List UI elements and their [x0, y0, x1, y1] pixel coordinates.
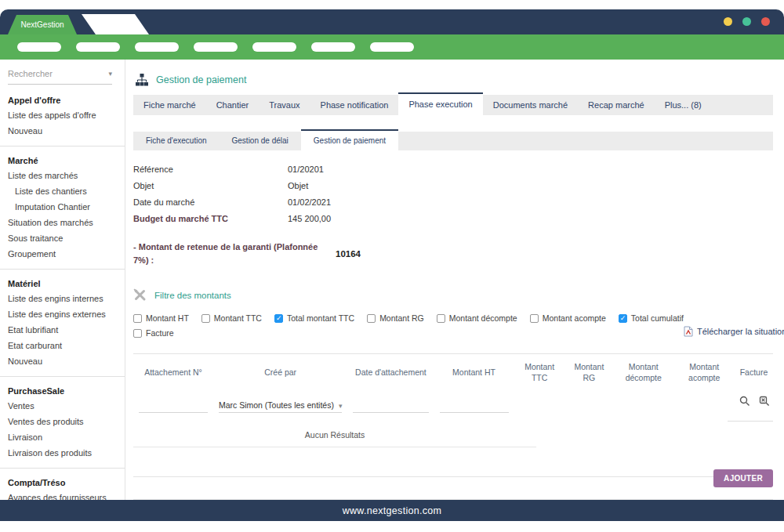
sidebar-item[interactable]: Sous traitance [8, 230, 118, 246]
checkbox-total-montant-ttc[interactable]: Total montant TTC [274, 313, 354, 323]
sidebar-item[interactable]: Ventes [8, 398, 118, 414]
sidebar-item[interactable]: Liste des marchés [8, 168, 118, 183]
blank-tab[interactable] [82, 14, 149, 34]
sidebar-item[interactable]: Etat lubrifiant [8, 322, 118, 338]
detail-value: 01/20201 [288, 165, 324, 174]
sidebar-item[interactable]: Avances des fournisseurs [8, 490, 118, 500]
maximize-dot[interactable] [742, 17, 751, 26]
date-filter-input[interactable] [353, 400, 428, 413]
page-title: Gestion de paiement [156, 74, 246, 85]
montant-ht-filter-input[interactable] [440, 400, 509, 413]
tab-fiche-marche[interactable]: Fiche marché [133, 95, 206, 115]
search-placeholder: Rechercher [8, 69, 53, 78]
checkbox-checked-icon [274, 314, 283, 323]
market-details: Référence 01/20201 Objet Objet Date du m… [133, 161, 773, 226]
attachement-filter-input[interactable] [139, 400, 208, 413]
sidebar-item[interactable]: Imputation Chantier [8, 199, 118, 215]
checkbox-montant-acompte[interactable]: Montant acompte [530, 313, 606, 323]
facture-filter-input[interactable] [728, 421, 773, 422]
detail-row-date: Date du marché 01/02/2021 [133, 194, 773, 210]
footer-url: www.nextgestion.com [343, 505, 442, 516]
checkbox-montant-rg[interactable]: Montant RG [367, 313, 424, 323]
retention-label: - Montant de retenue de la garanti (Plaf… [133, 241, 319, 267]
tab-phase-notification[interactable]: Phase notification [310, 95, 399, 115]
sidebar-item[interactable]: Liste des engins externes [8, 306, 118, 322]
checkbox-montant-ht[interactable]: Montant HT [133, 313, 189, 323]
clear-search-icon[interactable] [759, 396, 770, 407]
minimize-dot[interactable] [724, 17, 732, 26]
sidebar-item[interactable]: Situation des marchés [8, 215, 118, 230]
detail-label: Référence [133, 165, 288, 174]
cree-par-filter-select[interactable]: Marc Simon (Toutes les entités) ▾ [219, 400, 342, 413]
app-window: NextGestion Rechercher ▾ Appel d'offre L… [0, 9, 784, 532]
sidebar-item[interactable]: Nouveau [8, 353, 118, 369]
tab-documents-marche[interactable]: Documents marché [483, 95, 578, 115]
nav-pill[interactable] [135, 42, 179, 52]
checkbox-label: Montant RG [379, 313, 424, 323]
section-title: Appel d'offre [8, 90, 118, 107]
checkbox-label: Montant TTC [214, 313, 262, 323]
checkbox-icon [530, 314, 539, 323]
filter-header: Filtre des montants [133, 288, 773, 302]
search-icon[interactable] [739, 396, 750, 407]
checkbox-montant-ttc[interactable]: Montant TTC [201, 313, 262, 323]
sidebar-item[interactable]: Livraison [8, 429, 118, 445]
tab-travaux[interactable]: Travaux [259, 95, 310, 115]
sidebar: Rechercher ▾ Appel d'offre Liste des app… [0, 60, 125, 500]
retention-value: 10164 [336, 249, 361, 259]
sidebar-item[interactable]: Liste des engins internes [8, 291, 118, 306]
tab-plus[interactable]: Plus... (8) [655, 95, 712, 115]
table-filter-row: Marc Simon (Toutes les entités) ▾ [133, 394, 773, 413]
checkbox-montant-decompte[interactable]: Montant décompte [437, 313, 517, 323]
sidebar-section-appel-offre: Appel d'offre Liste des appels d'offre N… [0, 86, 125, 147]
divider [133, 499, 773, 500]
detail-value: 01/02/2021 [288, 197, 331, 207]
checkbox-facture[interactable]: Facture [133, 328, 174, 338]
brand-tab[interactable]: NextGestion [8, 15, 77, 34]
tab-recap-marche[interactable]: Recap marché [578, 95, 655, 115]
download-label: Télécharger la situation financiere [697, 327, 784, 336]
sidebar-item[interactable]: Liste des chantiers [8, 183, 118, 199]
subtab-fiche-execution[interactable]: Fiche d'execution [133, 132, 220, 150]
nav-pill[interactable] [76, 42, 120, 52]
checkbox-label: Total cumulatif [631, 313, 684, 323]
detail-label: Budget du marché TTC [133, 214, 288, 223]
detail-label: Objet [133, 181, 288, 190]
nav-pill[interactable] [311, 42, 355, 52]
page-header: Gestion de paiement [135, 71, 773, 89]
sidebar-item[interactable]: Etat carburant [8, 338, 118, 353]
download-situation-link[interactable]: Télécharger la situation financiere [684, 320, 784, 343]
subtab-gestion-delai[interactable]: Gestion de délai [220, 132, 301, 150]
checkbox-checked-icon [619, 314, 627, 323]
subtab-gestion-paiement[interactable]: Gestion de paiement [301, 129, 398, 150]
checkbox-icon [133, 329, 142, 338]
tab-phase-execution[interactable]: Phase execution [398, 92, 482, 115]
detail-row-budget: Budget du marché TTC 145 200,00 [133, 210, 773, 226]
tab-chantier[interactable]: Chantier [206, 95, 260, 115]
checkbox-total-cumulatif[interactable]: Total cumulatif [619, 313, 684, 323]
col-montant-ht: Montant HT [434, 365, 514, 379]
add-button[interactable]: AJOUTER [713, 469, 773, 487]
nav-pill[interactable] [17, 42, 61, 52]
sidebar-item[interactable]: Ventes des produits [8, 414, 118, 429]
detail-row-reference: Référence 01/20201 [133, 161, 773, 177]
filters-block: Montant HT Montant TTC Total montant TTC [133, 313, 773, 343]
sidebar-item[interactable]: Liste des appels d'offre [8, 107, 118, 123]
close-dot[interactable] [761, 17, 770, 26]
attachments-table: Attachement N° Créé par Date d'attacheme… [133, 353, 773, 447]
section-title: Compta/Tréso [8, 472, 118, 490]
col-montant-acompte: Montant acompte [673, 360, 735, 385]
checkbox-icon [201, 314, 210, 323]
col-cree-par: Créé par [213, 365, 347, 379]
nav-pill[interactable] [370, 42, 414, 52]
nav-pill[interactable] [252, 42, 296, 52]
sidebar-item[interactable]: Groupement [8, 246, 118, 262]
sidebar-item[interactable]: Nouveau [8, 123, 118, 139]
chevron-down-icon: ▾ [108, 70, 112, 78]
search-input[interactable]: Rechercher ▾ [8, 69, 112, 85]
nav-pill[interactable] [194, 42, 238, 52]
section-title: Marché [8, 150, 118, 168]
sidebar-item[interactable]: Livraison des produits [8, 445, 118, 461]
section-title: PurchaseSale [8, 381, 118, 398]
sidebar-section-materiel: Matériel Liste des engins internes Liste… [0, 270, 125, 377]
